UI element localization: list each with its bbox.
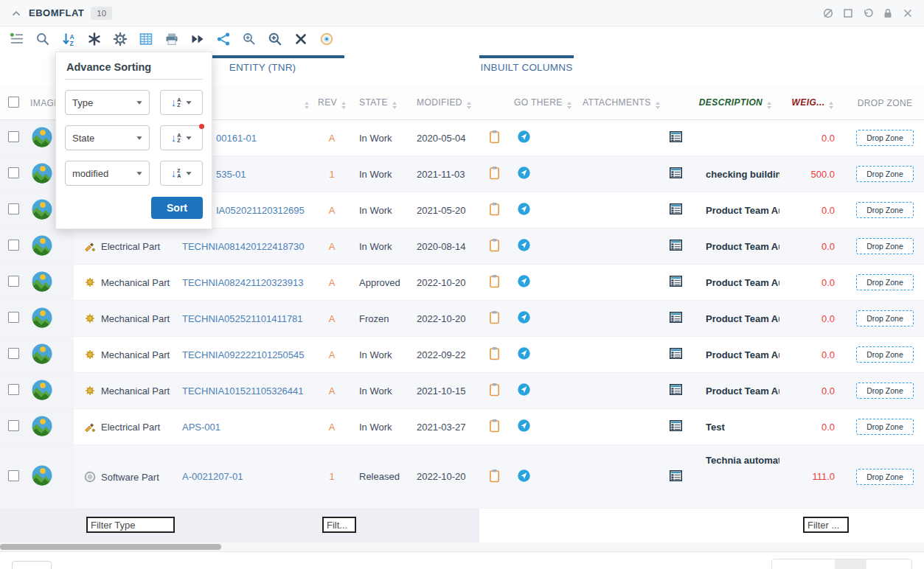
sort-field-select[interactable]: State [65,125,150,150]
add-record-icon[interactable] [10,32,24,46]
sort-toggle-icon[interactable] [467,102,471,109]
sort-field-select[interactable]: modified [65,161,150,186]
description-details-icon[interactable] [670,240,682,251]
horizontal-scrollbar[interactable] [0,542,924,551]
go-there-icon[interactable] [518,383,530,396]
column-header-rev[interactable]: REV [313,86,350,120]
sort-toggle-icon[interactable] [567,102,572,109]
lock-icon[interactable] [882,7,894,19]
part-image-thumbnail[interactable] [32,477,52,488]
collapse-chevron-icon[interactable] [10,7,22,19]
previous-page-button[interactable]: Previous [772,559,836,569]
current-page-button[interactable]: 1 [836,559,866,569]
part-number-link[interactable]: APS-001 [182,422,220,433]
clipboard-icon[interactable] [489,310,500,324]
sort-toggle-icon[interactable] [341,102,346,109]
sort-direction-select[interactable]: ↓ZA [160,161,203,186]
drop-zone-button[interactable]: Drop Zone [856,238,914,254]
clipboard-icon[interactable] [489,202,500,216]
row-checkbox[interactable] [8,276,19,287]
row-checkbox[interactable] [8,240,19,251]
description-details-icon[interactable] [670,348,682,359]
row-checkbox[interactable] [8,131,19,142]
go-there-icon[interactable] [518,347,530,360]
column-header-weight[interactable]: WEIG... [779,86,846,120]
clipboard-icon[interactable] [489,274,500,288]
go-there-icon[interactable] [518,167,530,179]
part-number-link[interactable]: TECHNIA081420122418730 [182,241,305,252]
sort-toggle-icon[interactable] [305,102,309,109]
sort-field-select[interactable]: Type [65,90,150,115]
settings-icon[interactable] [113,32,128,46]
part-image-thumbnail[interactable] [32,211,52,222]
clipboard-icon[interactable] [489,346,500,360]
clipboard-icon[interactable] [489,130,500,144]
drop-zone-button[interactable]: Drop Zone [856,166,914,182]
part-number-link[interactable]: 00161-01 [216,133,257,144]
sort-apply-button[interactable]: Sort [151,197,203,219]
drop-zone-button[interactable]: Drop Zone [856,202,914,218]
search-icon[interactable] [35,32,50,46]
sort-direction-select[interactable]: ↓AZ [160,125,203,150]
description-details-icon[interactable] [670,276,682,287]
row-checkbox[interactable] [8,470,19,481]
part-image-thumbnail[interactable] [32,427,52,439]
part-number-link[interactable]: 535-01 [216,169,246,180]
part-image-thumbnail[interactable] [32,283,52,294]
part-image-thumbnail[interactable] [32,355,52,366]
go-there-icon[interactable] [518,469,530,482]
row-checkbox[interactable] [8,203,19,214]
visibility-icon[interactable] [319,32,334,46]
go-there-icon[interactable] [518,311,530,324]
drop-zone-button[interactable]: Drop Zone [856,383,914,399]
clipboard-icon[interactable] [489,166,500,180]
asterisk-icon[interactable] [87,32,102,46]
description-details-icon[interactable] [670,384,682,395]
description-details-icon[interactable] [670,203,682,214]
filter-state-input[interactable] [322,517,356,533]
column-header-description[interactable]: DESCRIPTION [691,86,779,120]
filter-weight-input[interactable] [803,517,849,533]
description-details-icon[interactable] [670,420,682,431]
go-there-icon[interactable] [518,419,530,432]
drop-zone-button[interactable]: Drop Zone [856,130,914,146]
description-details-icon[interactable] [670,470,682,481]
clipboard-icon[interactable] [489,383,500,397]
clear-icon[interactable] [293,32,308,46]
scrollbar-thumb[interactable] [0,544,221,550]
part-number-link[interactable]: TECHNIA101521105326441 [182,385,304,397]
description-details-icon[interactable] [670,312,682,323]
sort-direction-select[interactable]: ↓AZ [160,90,203,115]
page-size-select[interactable]: 10 [12,561,52,569]
part-number-link[interactable]: IA052021120312695 [216,205,305,216]
column-header-attachments[interactable]: ATTACHMENTS [575,86,660,120]
drop-zone-button[interactable]: Drop Zone [856,310,914,327]
description-details-icon[interactable] [670,131,682,142]
part-number-link[interactable]: TECHNIA052521101411781 [182,313,303,324]
part-number-link[interactable]: TECHNIA092222101250545 [182,349,305,360]
column-header-modified[interactable]: MODIFIED [406,86,479,120]
clipboard-icon[interactable] [489,419,500,433]
go-there-icon[interactable] [518,275,530,287]
part-image-thumbnail[interactable] [32,391,52,402]
row-checkbox[interactable] [8,167,19,178]
sort-toggle-icon[interactable] [767,102,771,109]
next-page-button[interactable]: Next [866,559,911,569]
row-checkbox[interactable] [8,348,19,359]
filter-type-input[interactable] [86,517,175,533]
drop-zone-button[interactable]: Drop Zone [856,346,914,363]
go-there-icon[interactable] [518,203,530,215]
sort-toggle-icon[interactable] [829,102,833,109]
search-plus-icon[interactable] [242,32,257,46]
close-icon[interactable] [902,7,914,19]
part-number-link[interactable]: A-0021207-01 [182,471,243,482]
go-there-icon[interactable] [518,130,530,143]
refresh-icon[interactable] [822,7,834,19]
clipboard-icon[interactable] [489,469,500,483]
column-header-gothere[interactable]: GO THERE [509,86,575,120]
sort-toggle-icon[interactable] [392,102,397,109]
fast-forward-icon[interactable] [190,32,205,46]
share-icon[interactable] [216,32,231,46]
print-icon[interactable] [164,32,179,46]
column-header-select[interactable] [0,86,29,120]
